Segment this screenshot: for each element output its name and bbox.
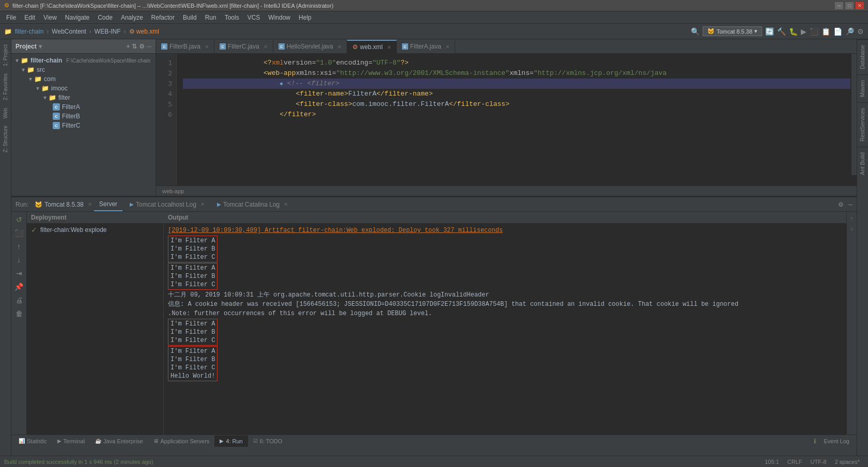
code-content[interactable]: <?xml version="1.0" encoding="UTF-8"?> <… [177,54,857,185]
clear-icon[interactable]: 🗑 [13,308,25,319]
toolbar-extra1[interactable]: 📋 [822,27,830,36]
tree-item-src[interactable]: ▾ 📁 src [11,65,156,74]
status-indent[interactable]: 2 spaces* [831,459,864,465]
toolbar-search[interactable]: 🔎 [845,27,854,36]
editor-scrollbar[interactable] [851,54,857,175]
bottom-tab-statistic[interactable]: 📊 Statistic [13,435,52,447]
output-box-2: I'm Filter A I'm Filter B I'm Filter C [168,263,218,290]
left-panel-structure[interactable]: Z: Structure [2,122,9,155]
project-dropdown-icon[interactable]: ▾ [39,43,42,50]
breadcrumb-webcontent[interactable]: WebContent [52,28,86,35]
scroll-up-icon[interactable]: ↑ [13,241,25,252]
tree-item-filtera[interactable]: C FilterA [11,102,156,112]
bottom-tab-app-servers[interactable]: 🖥 Application Servers [148,435,215,447]
sync-icon[interactable]: ⇅ [132,43,137,50]
stop-icon[interactable]: ⬛ [810,27,818,36]
tab-filtera-close[interactable]: ✕ [445,44,450,50]
run-config-close[interactable]: ✕ [88,201,92,207]
status-encoding[interactable]: UTF-8 [807,459,831,465]
scroll-down-icon[interactable]: ↓ [13,254,25,266]
menu-help[interactable]: Help [295,13,316,22]
gear-icon[interactable]: ⚙ [139,43,145,50]
refresh-icon[interactable]: 🔄 [765,27,774,36]
tab-webxml[interactable]: ⚙ web.xml ✕ [347,40,397,53]
menu-navigate[interactable]: Navigate [61,13,94,22]
menu-build[interactable]: Build [179,13,201,22]
status-position[interactable]: 105:1 [761,459,783,465]
tree-item-root[interactable]: ▾ 📁 filter-chain F:\Cache\ideaWorkSpace\… [11,56,156,65]
pin-icon[interactable]: 📌 [13,281,25,292]
toolbar-extra2[interactable]: 📄 [833,27,842,36]
debug-icon[interactable]: 🐛 [789,27,798,36]
scroll-down-btn[interactable]: ↓ [848,224,856,232]
build-icon[interactable]: 🔨 [777,27,786,36]
right-panel-maven[interactable]: Maven [857,74,868,102]
bottom-tab-todo[interactable]: ☑ 6: TODO [248,435,288,447]
project-panel: Project ▾ + ⇅ ⚙ ─ ▾ 📁 [11,39,156,196]
menu-edit[interactable]: Edit [20,13,39,22]
deployment-item[interactable]: ✓ filter-chain:Web explode [27,224,163,236]
menu-view[interactable]: View [39,13,61,22]
minimize-panel-icon[interactable]: ─ [147,43,151,50]
run-tab-catalina-close[interactable]: ✕ [284,201,288,207]
run-tab-localhost[interactable]: ▶ Tomcat Localhost Log ✕ [125,198,210,211]
breadcrumb-webxml[interactable]: ⚙ web.xml [129,28,159,35]
project-panel-header: Project ▾ + ⇅ ⚙ ─ [11,39,156,54]
left-panel-favorites[interactable]: 2: Favorites [2,70,9,103]
right-panel-rest[interactable]: RestServices [857,102,868,147]
tab-filterc[interactable]: C FilterC.java ✕ [214,40,273,53]
status-crlf[interactable]: CRLF [783,459,807,465]
event-log-label[interactable]: Event Log [818,435,855,447]
toolbar-settings[interactable]: ⚙ [857,27,864,36]
run-settings-icon[interactable]: ⚙ [838,201,844,208]
menu-file[interactable]: File [2,13,20,22]
search-icon[interactable]: 🔍 [691,27,700,36]
right-panel-ant[interactable]: Ant Build [857,147,868,180]
bottom-tab-terminal[interactable]: ▶ Terminal [52,435,90,447]
tab-webxml-close[interactable]: ✕ [387,44,391,50]
tab-helloservlet[interactable]: C HelloServlet.java ✕ [273,40,347,53]
tree-item-imooc[interactable]: ▾ 📁 imooc [11,84,156,93]
breadcrumb-filter-chain[interactable]: filter-chain [15,28,43,35]
wrap-icon[interactable]: ⇥ [13,268,25,279]
tab-helloservlet-close[interactable]: ✕ [337,44,342,50]
run-tab-icon: ▶ [220,438,224,444]
run-tab-server[interactable]: Server [94,198,122,211]
scroll-up-btn[interactable]: ↑ [848,214,856,222]
add-icon[interactable]: + [126,43,130,50]
tree-item-filter[interactable]: ▾ 📁 filter [11,93,156,102]
run-minimize-icon[interactable]: ─ [848,201,853,208]
bottom-tab-run[interactable]: ▶ 4: Run [214,435,247,447]
run-icon[interactable]: ▶ [801,27,807,36]
menu-analyze[interactable]: Analyze [117,13,147,22]
breadcrumb-webinf[interactable]: WEB-INF [95,28,121,35]
menu-vcs[interactable]: VCS [243,13,265,22]
menu-run[interactable]: Run [201,13,221,22]
tab-filterc-close[interactable]: ✕ [264,44,268,50]
run-tab-catalina[interactable]: ▶ Tomcat Catalina Log ✕ [212,198,293,211]
tab-filterb-close[interactable]: ✕ [205,44,209,50]
left-panel-web[interactable]: Web [2,105,9,121]
stop-run-icon[interactable]: ⬛ [13,227,25,239]
print-icon[interactable]: 🖨 [13,294,25,306]
run-tab-localhost-close[interactable]: ✕ [200,201,205,207]
right-panel-database[interactable]: Database [857,39,868,74]
tab-filtera[interactable]: C FilterA.java ✕ [397,40,455,53]
menu-tools[interactable]: Tools [221,13,243,22]
tree-item-com[interactable]: ▾ 📁 com [11,74,156,84]
left-panel-project[interactable]: 1: Project [2,41,9,69]
output-content[interactable]: [2019-12-09 10:09:30,409] Artifact filte… [164,224,846,434]
tab-filterb[interactable]: C FilterB.java ✕ [156,40,214,53]
menu-refactor[interactable]: Refactor [147,13,179,22]
tree-item-filterc[interactable]: C FilterC [11,121,156,130]
minimize-button[interactable]: ─ [835,2,843,9]
run-config-button[interactable]: 🐱 Tomcat 8.5.38 ▾ [703,26,762,36]
close-button[interactable]: ✕ [856,2,864,9]
rerun-icon[interactable]: ↺ [13,214,25,225]
maximize-button[interactable]: □ [845,2,854,9]
bottom-tab-java-enterprise[interactable]: ☕ Java Enterprise [90,435,148,447]
tree-item-filterb[interactable]: C FilterB [11,112,156,121]
menu-window[interactable]: Window [264,13,295,22]
tab-filterc-label: FilterC.java [228,43,259,50]
menu-code[interactable]: Code [94,13,117,22]
